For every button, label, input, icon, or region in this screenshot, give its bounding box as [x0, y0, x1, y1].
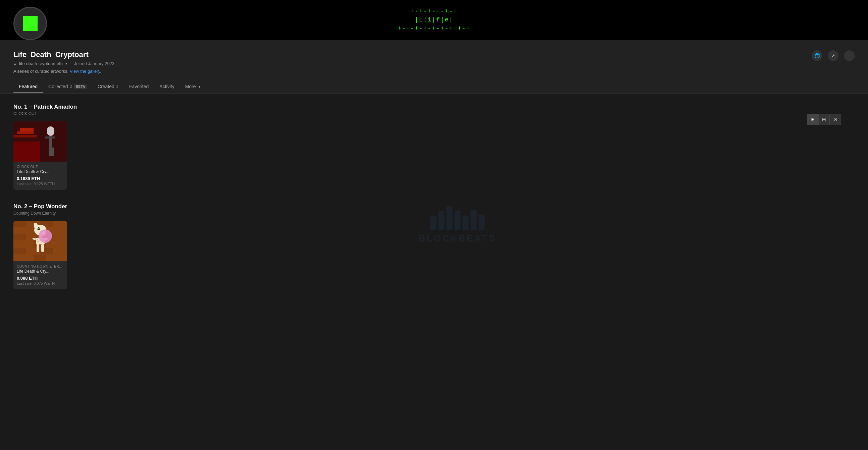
svg-rect-4	[13, 135, 37, 137]
profile-section: Life_Death_Cryptoart ⬙ life-death-crypto…	[0, 40, 868, 94]
svg-rect-7	[45, 136, 55, 138]
main-content: ⊞ ⊟ ⊠ No. 1 – Patrick Amadon CLOCK OUT	[0, 94, 868, 313]
nft-artwork-1-svg	[13, 121, 67, 162]
tab-collected[interactable]: Collected 2 BETA	[43, 81, 92, 93]
svg-rect-2	[20, 128, 34, 131]
svg-rect-15	[20, 228, 33, 234]
joined-date: Joined January 2023	[74, 61, 115, 66]
svg-rect-18	[13, 234, 26, 240]
nft-2-title: Life Death & Cry...	[17, 269, 64, 274]
view-grid-small[interactable]: ⊠	[830, 114, 841, 125]
tab-created-label: Created	[98, 84, 115, 89]
profile-name: Life_Death_Cryptoart	[13, 50, 115, 59]
tab-favorited[interactable]: Favorited	[124, 81, 154, 93]
tab-more-label: More	[185, 84, 196, 89]
nft-img-skeleton	[13, 221, 67, 261]
svg-rect-45	[37, 245, 39, 252]
tab-collected-label: Collected	[48, 84, 68, 89]
section-2-title: No. 2 – Pop Wonder	[13, 203, 855, 210]
avatar-image	[23, 16, 38, 31]
svg-rect-29	[20, 255, 33, 261]
view-grid-large[interactable]: ⊞	[807, 114, 818, 125]
more-options-button[interactable]: ···	[844, 50, 855, 61]
svg-rect-1	[13, 141, 40, 162]
svg-rect-8	[49, 148, 51, 156]
svg-rect-28	[54, 248, 67, 254]
tab-featured-label: Featured	[19, 84, 38, 89]
tab-collected-count: 2	[70, 85, 72, 89]
view-grid-medium[interactable]: ⊟	[818, 114, 830, 125]
svg-point-48	[41, 232, 45, 236]
section-2: No. 2 – Pop Wonder Counting Down Eternit…	[13, 203, 855, 289]
section-1: No. 1 – Patrick Amadon CLOCK OUT	[13, 104, 855, 190]
tab-activity[interactable]: Activity	[154, 81, 180, 93]
tabs-row: Featured Collected 2 BETA Created 2 Favo…	[13, 81, 855, 93]
svg-rect-24	[47, 241, 60, 247]
bio-suffix: .	[100, 69, 101, 74]
eth-icon: ⬙	[13, 61, 17, 66]
profile-info: Life_Death_Cryptoart ⬙ life-death-crypto…	[13, 50, 115, 78]
content-wrapper: ⊞ ⊟ ⊠ No. 1 – Patrick Amadon CLOCK OUT	[13, 104, 855, 289]
ascii-art-header: +-+-+-+-+-+ |L|i|f|e| +-+-+-+-+-+-+ +-+	[398, 7, 471, 33]
nft-card-1-image	[13, 121, 67, 162]
handle-dropdown-icon[interactable]: ▾	[65, 61, 67, 66]
tab-activity-label: Activity	[159, 84, 174, 89]
profile-handle[interactable]: life-death-cryptoart.eth	[19, 61, 63, 66]
separator: ·	[70, 61, 71, 66]
beta-badge: BETA	[74, 85, 87, 89]
header-banner: +-+-+-+-+-+ |L|i|f|e| +-+-+-+-+-+-+ +-+	[0, 0, 868, 40]
nft-2-price: 0.088 ETH	[17, 276, 64, 281]
svg-rect-14	[54, 221, 67, 227]
nft-card-1[interactable]: CLOCK OUT Life Death & Cry... 0.1689 ETH…	[13, 121, 67, 190]
nft-card-1-info: CLOCK OUT Life Death & Cry... 0.1689 ETH…	[13, 162, 67, 190]
nft-img-dark-figure	[13, 121, 67, 162]
svg-rect-46	[41, 245, 44, 252]
nft-card-2-info: Counting Down Eter... Life Death & Cry..…	[13, 261, 67, 289]
svg-rect-30	[34, 255, 46, 261]
tab-favorited-label: Favorited	[129, 84, 149, 89]
svg-point-35	[39, 228, 39, 229]
section-2-collection: Counting Down Eternity	[13, 211, 855, 216]
section-1-collection: CLOCK OUT	[13, 111, 855, 116]
section-1-title: No. 1 – Patrick Amadon	[13, 104, 855, 110]
nft-card-2[interactable]: Counting Down Eter... Life Death & Cry..…	[13, 221, 67, 289]
tab-more[interactable]: More ▾	[180, 81, 206, 93]
share-button[interactable]: ↗	[828, 50, 838, 61]
nft-1-title: Life Death & Cry...	[17, 169, 64, 174]
nft-2-collection: Counting Down Eter...	[17, 264, 64, 268]
nft-artwork-2-svg	[13, 221, 67, 261]
svg-rect-25	[13, 248, 26, 254]
bio-gallery-link[interactable]: View the gallery	[70, 69, 100, 74]
svg-rect-3	[17, 131, 34, 134]
nft-card-2-image	[13, 221, 67, 261]
globe-button[interactable]: 🌐	[812, 50, 823, 61]
view-controls: ⊞ ⊟ ⊠	[807, 114, 841, 125]
nft-1-last-sale: Last sale: 0.125 WETH	[17, 182, 64, 186]
profile-actions: 🌐 ↗ ···	[812, 50, 855, 61]
profile-bio: A series of curated artworks. View the g…	[13, 69, 115, 74]
tab-featured[interactable]: Featured	[13, 81, 43, 93]
svg-rect-11	[13, 221, 26, 227]
tab-created-count: 2	[117, 85, 118, 89]
bio-text: A series of curated artworks.	[13, 69, 68, 74]
more-dropdown-icon: ▾	[198, 85, 200, 89]
svg-rect-5	[47, 126, 54, 136]
svg-rect-22	[20, 241, 33, 247]
svg-rect-9	[51, 148, 54, 156]
svg-rect-21	[54, 234, 67, 240]
profile-handle-row: ⬙ life-death-cryptoart.eth ▾ · Joined Ja…	[13, 61, 115, 66]
svg-rect-31	[47, 255, 60, 261]
svg-point-47	[39, 229, 52, 243]
avatar	[13, 7, 47, 40]
nft-1-price: 0.1689 ETH	[17, 176, 64, 181]
nft-2-last-sale: Last sale: 0.075 WETH	[17, 281, 64, 285]
nft-1-collection: CLOCK OUT	[17, 165, 64, 169]
tab-created[interactable]: Created 2	[92, 81, 124, 93]
